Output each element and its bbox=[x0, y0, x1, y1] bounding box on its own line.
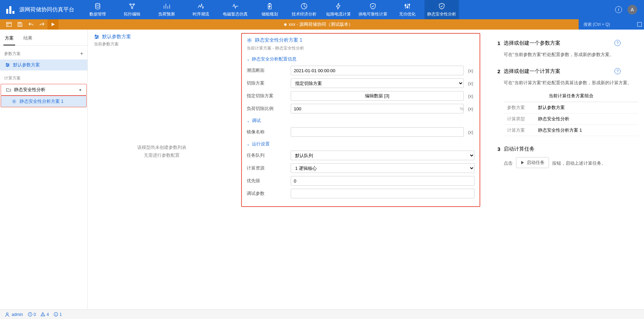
undo-button[interactable] bbox=[25, 19, 36, 30]
user-avatar[interactable]: A bbox=[627, 5, 637, 14]
top-nav: 源网荷储协同仿真平台 数据管理 拓扑编辑 负荷预测 时序潮流 电磁暂态仿真 储能… bbox=[0, 0, 644, 19]
queue-select[interactable]: 默认队列 bbox=[291, 151, 475, 160]
status-user[interactable]: admin bbox=[5, 312, 23, 317]
sidebar: 方案 结果 参数方案 + 默认参数方案 计算方案 静态安全性分析 + 静态安全性… bbox=[0, 30, 88, 309]
nav-reactive-opt[interactable]: 无功优化 bbox=[390, 0, 425, 19]
svg-point-6 bbox=[405, 4, 406, 6]
config-panel: 静态安全性分析方案 1 当前计算方案 - 静态安全性分析 ⌄静态安全分析配置信息… bbox=[236, 30, 486, 309]
expand-icon[interactable] bbox=[637, 22, 642, 27]
nav-reliability[interactable]: 供电可靠性计算 bbox=[356, 0, 390, 19]
reset-button[interactable]: (x) bbox=[466, 106, 475, 111]
info-icon bbox=[54, 312, 58, 317]
user-icon bbox=[5, 312, 10, 317]
svg-point-18 bbox=[96, 38, 97, 39]
gear-icon bbox=[247, 37, 252, 43]
group-run-settings[interactable]: ⌄运行设置 bbox=[247, 141, 475, 147]
reset-button[interactable]: (x) bbox=[466, 81, 475, 86]
help-icon[interactable]: ? bbox=[614, 40, 621, 46]
play-icon bbox=[520, 161, 525, 165]
nav-topology[interactable]: 拓扑编辑 bbox=[115, 0, 149, 19]
gear-icon bbox=[11, 99, 17, 104]
svg-rect-11 bbox=[637, 22, 642, 26]
section-params-head: 参数方案 + bbox=[0, 46, 87, 59]
svg-point-7 bbox=[407, 6, 408, 8]
status-errors[interactable]: 0 bbox=[28, 312, 36, 317]
info-icon[interactable]: i bbox=[615, 6, 622, 13]
run-button[interactable] bbox=[47, 19, 58, 30]
reset-button[interactable]: (x) bbox=[466, 94, 475, 99]
svg-point-15 bbox=[13, 101, 15, 102]
image-name-input[interactable] bbox=[291, 127, 464, 137]
svg-point-1 bbox=[130, 3, 131, 5]
svg-point-13 bbox=[8, 65, 9, 66]
tab-scheme[interactable]: 方案 bbox=[3, 33, 15, 45]
error-icon bbox=[28, 312, 32, 317]
add-params-button[interactable]: + bbox=[80, 51, 83, 57]
redo-button[interactable] bbox=[36, 19, 47, 30]
flow-section-input[interactable] bbox=[291, 66, 464, 75]
search-input[interactable] bbox=[583, 22, 635, 27]
svg-point-3 bbox=[131, 7, 133, 9]
guide-panel: ? 1选择或创建一个参数方案 可在"当前参数方案"栏处配置参数，形成新的参数方案… bbox=[486, 30, 644, 309]
svg-rect-9 bbox=[7, 22, 11, 26]
step-2-title: 2选择或创建一个计算方案 bbox=[497, 68, 632, 75]
start-task-button[interactable]: 启动任务 bbox=[516, 157, 549, 168]
table-row: 计算方案静态安全性分析方案 1 bbox=[504, 124, 638, 136]
status-warnings[interactable]: 4 bbox=[41, 312, 49, 317]
toolbar-panel-icon[interactable] bbox=[3, 19, 14, 30]
chevron-down-icon: ⌄ bbox=[247, 119, 250, 123]
load-ratio-input[interactable] bbox=[291, 104, 464, 113]
status-infos[interactable]: 1 bbox=[54, 312, 62, 317]
nav-load-forecast[interactable]: 负荷预测 bbox=[149, 0, 184, 19]
nav-tech-econ[interactable]: 技术经济分析 bbox=[287, 0, 321, 19]
nav-data-mgmt[interactable]: 数据管理 bbox=[80, 0, 115, 19]
help-icon[interactable]: ? bbox=[614, 68, 621, 74]
warning-icon bbox=[41, 312, 45, 317]
nav-right: i A bbox=[615, 5, 644, 14]
priority-input[interactable] bbox=[291, 176, 475, 186]
svg-point-0 bbox=[96, 3, 100, 5]
chevron-down-icon: ⌄ bbox=[247, 57, 250, 62]
save-button[interactable] bbox=[14, 19, 25, 30]
edit-data-button[interactable]: 编辑数据 [3] bbox=[291, 91, 464, 101]
svg-point-16 bbox=[95, 35, 96, 36]
nav-static-security[interactable]: 静态安全性分析 bbox=[425, 0, 459, 19]
reset-button[interactable]: (x) bbox=[466, 68, 475, 73]
reset-button[interactable]: (x) bbox=[466, 130, 475, 135]
table-row: 计算类型静态安全性分析 bbox=[504, 113, 638, 124]
params-panel: 默认参数方案 当前参数方案 该模型尚未创建参数列表 无需进行参数配置 bbox=[88, 30, 236, 309]
document-title: xxx - 源网荷储协同（测试版本） bbox=[58, 21, 579, 28]
group-debug[interactable]: ⌄调试 bbox=[247, 118, 475, 124]
logo-icon bbox=[6, 6, 16, 14]
svg-point-14 bbox=[7, 66, 8, 67]
calc-group-item[interactable]: 静态安全性分析 + bbox=[1, 84, 87, 96]
cut-scheme-select[interactable]: 指定切除方案 bbox=[291, 78, 464, 88]
debug-args-input[interactable] bbox=[291, 189, 475, 198]
cores-select[interactable]: 1 逻辑核心 bbox=[291, 163, 475, 173]
tab-result[interactable]: 结果 bbox=[22, 33, 34, 45]
svg-point-2 bbox=[133, 3, 135, 5]
svg-point-19 bbox=[249, 40, 250, 41]
config-subtitle: 当前计算方案 - 静态安全性分析 bbox=[247, 45, 475, 51]
nav-time-flow[interactable]: 时序潮流 bbox=[184, 0, 218, 19]
add-calc-button[interactable]: + bbox=[79, 87, 82, 92]
default-params-item[interactable]: 默认参数方案 bbox=[0, 59, 87, 70]
calc-scheme-item[interactable]: 静态安全性分析方案 1 bbox=[1, 96, 87, 107]
svg-point-17 bbox=[97, 36, 98, 37]
step-1-desc: 可在"当前参数方案"栏处配置参数，形成新的参数方案。 bbox=[497, 51, 632, 58]
nav-short-circuit[interactable]: 短路电流计算 bbox=[321, 0, 356, 19]
group-config-info[interactable]: ⌄静态安全分析配置信息 bbox=[247, 56, 475, 62]
params-panel-subtitle: 当前参数方案 bbox=[94, 41, 229, 47]
empty-state: 该模型尚未创建参数列表 无需进行参数配置 bbox=[94, 143, 229, 160]
nav-emt-sim[interactable]: 电磁暂态仿真 bbox=[218, 0, 253, 19]
chevron-down-icon: ⌄ bbox=[247, 142, 250, 146]
search-box[interactable] bbox=[579, 19, 644, 30]
step-1-title: 1选择或创建一个参数方案 bbox=[497, 40, 632, 46]
config-title: 静态安全性分析方案 1 bbox=[247, 37, 475, 43]
nav-storage[interactable]: 储能规划 bbox=[253, 0, 287, 19]
step-2-desc: 可在"当前计算方案"栏处配置仿真算法参数，形成新的计算方案。 bbox=[497, 79, 632, 87]
svg-point-8 bbox=[409, 4, 410, 5]
section-calc-head: 计算方案 bbox=[0, 70, 87, 84]
params-panel-title: 默认参数方案 bbox=[94, 34, 229, 40]
step-3-title: 3启动计算任务 bbox=[497, 146, 632, 152]
